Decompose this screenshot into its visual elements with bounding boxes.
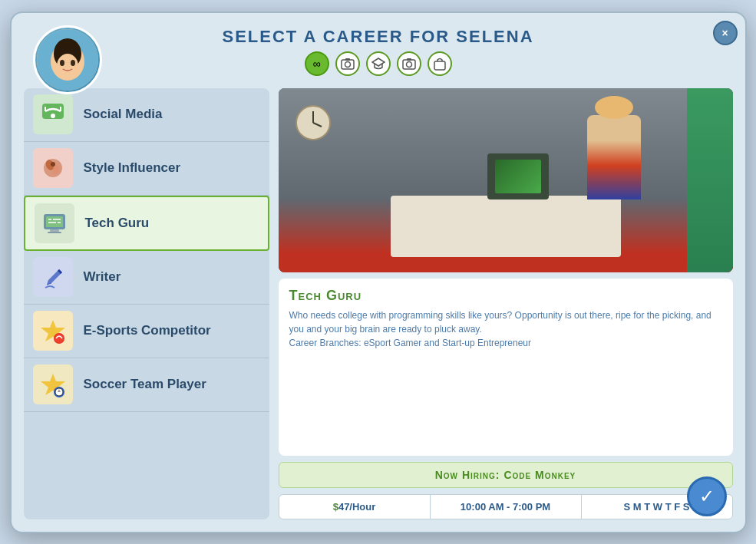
career-image-bg: [279, 88, 733, 272]
esports-icon: [33, 311, 73, 351]
svg-point-11: [406, 61, 411, 67]
svg-point-5: [71, 60, 75, 66]
avatar: [33, 25, 102, 94]
hiring-bar: Now Hiring: Code Monkey: [279, 462, 733, 488]
scene-curtain: [687, 88, 733, 272]
pay-value: 47/Hour: [338, 501, 375, 513]
scene-monitor: [487, 153, 549, 199]
filter-bar: ∞: [12, 51, 745, 76]
svg-rect-13: [434, 61, 445, 70]
career-item-esports[interactable]: E-Sports Competitor: [24, 305, 269, 358]
day-sun: S: [624, 501, 633, 513]
selected-career-description: Who needs college with programming skill…: [289, 308, 722, 350]
day-tue: T: [644, 501, 653, 513]
main-content: Social Media Style Influencer: [12, 82, 745, 532]
svg-point-21: [51, 162, 55, 166]
career-item-soccer[interactable]: Soccer Team Player: [24, 358, 269, 412]
close-icon: ×: [721, 27, 728, 39]
career-image: [279, 88, 733, 272]
career-info-box: Tech Guru Who needs college with program…: [279, 279, 733, 456]
job-stats-bar: $47/Hour 10:00 AM - 7:00 PM S M T W T F …: [279, 494, 733, 519]
career-item-social-media[interactable]: Social Media: [24, 88, 269, 142]
camera2-icon: [402, 57, 416, 71]
career-name-tech-guru: Tech Guru: [85, 216, 150, 231]
day-wed: W: [653, 501, 665, 513]
close-button[interactable]: ×: [713, 21, 738, 45]
filter-edu[interactable]: [366, 51, 391, 76]
scene-desk: [391, 196, 621, 257]
svg-point-4: [60, 60, 64, 66]
hours-stat: 10:00 AM - 7:00 PM: [431, 495, 582, 519]
svg-point-7: [345, 61, 350, 67]
svg-rect-24: [50, 229, 59, 232]
career-name-esports: E-Sports Competitor: [84, 323, 211, 338]
day-mon: M: [633, 501, 644, 513]
day-fri: F: [674, 501, 683, 513]
career-item-writer[interactable]: Writer: [24, 251, 269, 305]
day-thu: T: [665, 501, 675, 513]
modal-header: Select a Career for Selena ∞: [12, 13, 745, 82]
pay-stat: $47/Hour: [279, 495, 431, 519]
scene-character: [587, 115, 641, 199]
bag-icon: [433, 57, 447, 71]
modal-title: Select a Career for Selena: [12, 27, 745, 47]
svg-point-3: [57, 54, 78, 78]
career-item-style-influencer[interactable]: Style Influencer: [24, 142, 269, 196]
svg-rect-12: [407, 58, 411, 61]
svg-rect-25: [48, 232, 61, 233]
svg-point-15: [51, 114, 55, 118]
career-name-social-media: Social Media: [84, 107, 163, 122]
check-icon: ✓: [699, 486, 715, 507]
social-media-icon: [33, 94, 73, 134]
career-name-style-influencer: Style Influencer: [84, 160, 181, 176]
confirm-button[interactable]: ✓: [687, 476, 727, 516]
career-name-writer: Writer: [84, 269, 121, 285]
filter-all[interactable]: ∞: [305, 51, 329, 76]
pay-icon: $: [333, 501, 338, 513]
career-list: Social Media Style Influencer: [24, 88, 269, 519]
selected-career-title: Tech Guru: [289, 288, 722, 304]
svg-rect-8: [345, 58, 350, 61]
filter-photo1[interactable]: [335, 51, 360, 76]
career-item-tech-guru[interactable]: Tech Guru: [24, 196, 269, 251]
filter-bag[interactable]: [428, 51, 452, 76]
career-name-soccer: Soccer Team Player: [84, 377, 206, 392]
career-selection-modal: × Select a Career for Selena ∞: [10, 12, 747, 533]
svg-rect-23: [46, 216, 63, 227]
soccer-icon: [33, 364, 73, 404]
tech-guru-icon: [35, 203, 74, 243]
camera-icon: [341, 57, 355, 71]
svg-point-33: [54, 334, 64, 343]
style-influencer-icon: [33, 148, 73, 188]
clock-icon: [294, 104, 332, 142]
graduation-icon: [371, 57, 385, 71]
avatar-face: [37, 29, 98, 91]
writer-icon: [33, 257, 73, 297]
career-detail-panel: Tech Guru Who needs college with program…: [279, 88, 733, 519]
filter-photo2[interactable]: [397, 51, 421, 76]
